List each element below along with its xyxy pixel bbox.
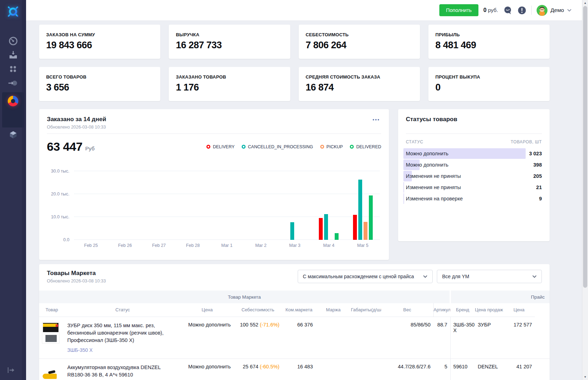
product-sku-link[interactable]: ЗШБ-350 Х xyxy=(67,347,93,353)
vertical-scrollbar[interactable]: ▲ ▼ xyxy=(582,0,588,380)
inbox-tray-icon xyxy=(8,50,18,60)
product-sale-price-cell: 172 577 xyxy=(503,317,535,359)
topup-button[interactable]: Пополнить xyxy=(439,4,478,16)
summary-card: СЕБЕСТОИМОСТЬ7 806 264 xyxy=(299,25,420,59)
scroll-down-button[interactable]: ▼ xyxy=(582,374,588,380)
chart-legend: DELIVERYCANCELLED_IN_PROCESSINGPICKUPDEL… xyxy=(206,144,381,149)
status-label: Изменения не приняты xyxy=(406,170,542,182)
status-row[interactable]: Изменения на проверке9 xyxy=(406,193,542,204)
legend-marker-icon xyxy=(206,145,210,149)
sidebar-item-analytics[interactable] xyxy=(2,92,24,127)
main-content: ЗАКАЗОВ НА СУММУ19 843 666ВЫРУЧКА16 287 … xyxy=(26,21,582,380)
scrollbar-thumb[interactable] xyxy=(583,6,587,288)
summary-card: ПРИБЫЛЬ8 481 469 xyxy=(428,25,550,59)
bar-delivered[interactable] xyxy=(369,195,373,240)
product-margin-cell xyxy=(351,317,381,359)
sidebar xyxy=(0,0,26,380)
sidebar-item-login[interactable] xyxy=(0,76,26,90)
bar-cancelled_in_processing[interactable] xyxy=(324,214,328,240)
avatar xyxy=(537,5,547,16)
summary-card-label: ЗАКАЗАНО ТОВАРОВ xyxy=(176,74,283,80)
x-tick-label: Mar 3 xyxy=(278,243,312,248)
product-image xyxy=(42,364,60,380)
legend-item-delivery[interactable]: DELIVERY xyxy=(206,144,235,149)
filter-dropdown[interactable]: С максимальным расхождением с ценой прай… xyxy=(298,270,433,283)
bar-group-mar-5 xyxy=(346,160,380,240)
status-row[interactable]: Можно дополнить398 xyxy=(406,159,542,170)
app-logo-gear-icon[interactable] xyxy=(0,0,26,21)
product-sku-cell: 59610 xyxy=(450,359,475,380)
alert-icon xyxy=(518,6,526,15)
summary-card: ВСЕГО ТОВАРОВ3 656 xyxy=(39,67,160,101)
y-tick-label: 0.0 xyxy=(47,237,69,242)
user-menu[interactable]: Демо xyxy=(537,5,571,16)
bar-group-mar-4 xyxy=(312,160,346,240)
sidebar-expand-button[interactable] xyxy=(0,366,22,374)
legend-item-pickup[interactable]: PICKUP xyxy=(320,144,343,149)
status-label: Можно дополнить xyxy=(406,159,542,170)
summary-card-label: ЗАКАЗОВ НА СУММУ xyxy=(46,32,153,37)
product-name: Аккумуляторная воздуходувка DENZEL RB180… xyxy=(67,364,178,379)
status-row[interactable]: Можно дополнить3 023 xyxy=(406,148,542,159)
status-row[interactable]: Изменения не приняты205 xyxy=(406,170,542,182)
summary-card-value: 19 843 666 xyxy=(46,40,153,51)
bar-group-mar-3 xyxy=(278,160,312,240)
sidebar-item-dashboard[interactable] xyxy=(0,34,26,48)
price-value: 100 552 xyxy=(240,322,258,328)
balance-currency: руб. xyxy=(488,7,498,13)
bar-group-mar-2 xyxy=(244,160,278,240)
x-tick-label: Feb 25 xyxy=(74,243,108,248)
status-count: 205 xyxy=(533,170,542,182)
sidebar-item-import[interactable] xyxy=(0,48,26,62)
price-diff-percent: (-60.5%) xyxy=(260,364,279,369)
bar-delivery[interactable] xyxy=(319,218,323,240)
summary-card-label: ВСЕГО ТОВАРОВ xyxy=(46,74,153,80)
scope-dropdown[interactable]: Все для YM xyxy=(437,270,542,283)
top-bar: Пополнить 0 руб. Демо xyxy=(26,0,582,21)
product-sku-cell: ЗШБ-350 X xyxy=(450,317,475,359)
bar-pickup[interactable] xyxy=(364,222,367,240)
bar-delivery[interactable] xyxy=(353,215,357,240)
summary-card-value: 16 874 xyxy=(306,82,413,93)
chart-title: Заказано за 14 дней xyxy=(47,116,381,123)
status-count: 3 023 xyxy=(529,148,542,159)
product-status-cell: Можно дополнить xyxy=(181,317,234,359)
chart-menu-button[interactable] xyxy=(371,118,380,122)
alert-button[interactable] xyxy=(518,6,526,15)
status-row[interactable]: Изменения не приняты21 xyxy=(406,182,542,193)
product-image xyxy=(42,322,60,344)
summary-card-value: 16 287 733 xyxy=(176,40,283,51)
bar-delivered[interactable] xyxy=(335,233,339,240)
bar-cancelled_in_processing[interactable] xyxy=(290,222,294,240)
table-group-header-row: Товар Маркета Прайс xyxy=(39,291,550,303)
statuses-col-status: СТАТУС xyxy=(406,139,423,144)
column-header: Вес xyxy=(381,303,433,317)
scroll-up-button[interactable]: ▲ xyxy=(582,0,588,6)
dots-grid-icon xyxy=(8,64,18,74)
product-commission-cell xyxy=(316,317,351,359)
x-tick-label: Mar 5 xyxy=(346,243,380,248)
chevron-down-icon xyxy=(567,9,571,12)
product-name-cell: ЗУБР диск 350 мм, 115 мм макс. рез, бенз… xyxy=(64,317,181,359)
bar-group-feb-26 xyxy=(108,160,142,240)
sidebar-item-products[interactable] xyxy=(0,127,26,142)
status-count: 21 xyxy=(536,182,542,193)
bar-cancelled_in_processing[interactable] xyxy=(358,180,362,240)
y-tick-label: 10.0 тыс. xyxy=(47,214,69,219)
chat-button[interactable] xyxy=(503,6,513,15)
summary-card-value: 8 481 469 xyxy=(435,40,543,51)
sidebar-item-apps[interactable] xyxy=(0,62,26,76)
summary-card: ЗАКАЗАНО ТОВАРОВ1 176 xyxy=(169,67,290,101)
status-progress-bar xyxy=(403,193,404,204)
column-header: Цена xyxy=(181,303,234,317)
bar-group-feb-28 xyxy=(176,160,210,240)
summary-card-label: СЕБЕСТОИМОСТЬ xyxy=(306,32,413,37)
legend-item-delivered[interactable]: DELIVERED xyxy=(350,144,381,149)
donut-chart-icon xyxy=(8,96,18,106)
status-count: 9 xyxy=(539,193,542,204)
legend-label: DELIVERED xyxy=(356,144,381,149)
legend-item-cancelled_in_processing[interactable]: CANCELLED_IN_PROCESSING xyxy=(242,144,313,149)
column-header: Маржа xyxy=(316,303,351,317)
balance-value: 0 xyxy=(483,7,487,13)
product-photo-cell xyxy=(39,359,64,380)
